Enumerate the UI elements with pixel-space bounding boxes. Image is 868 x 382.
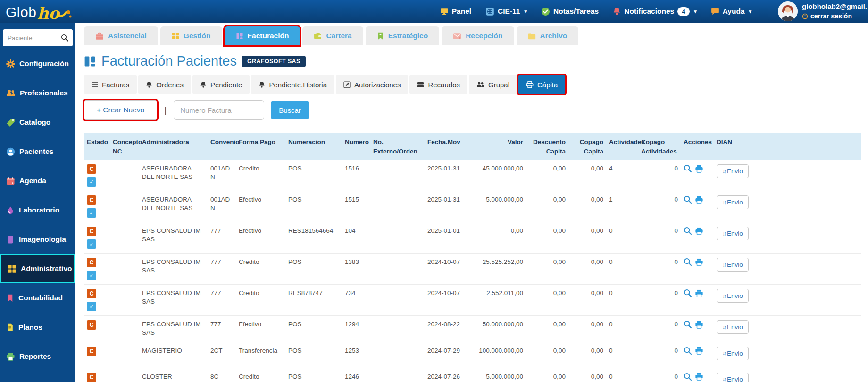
envio-button[interactable]: ↓↑ Envio bbox=[717, 320, 749, 334]
sidebar-item-profesionales[interactable]: Profesionales bbox=[0, 78, 75, 108]
acciones-cell bbox=[681, 316, 714, 342]
view-icon[interactable] bbox=[684, 258, 692, 266]
estado-check-badge: ✓ bbox=[87, 208, 96, 218]
view-icon[interactable] bbox=[684, 347, 692, 355]
logout-button[interactable]: cerrar sesión bbox=[802, 12, 867, 21]
print-icon[interactable] bbox=[695, 227, 703, 235]
patient-search-button[interactable] bbox=[56, 29, 73, 46]
envio-button[interactable]: ↓↑ Envio bbox=[717, 164, 749, 178]
print-icon[interactable] bbox=[695, 196, 703, 204]
sidebar-item-catalogo[interactable]: Catalogo bbox=[0, 108, 75, 137]
forma-pago-cell: Credito bbox=[236, 368, 285, 382]
subtab-label: Ordenes bbox=[156, 81, 184, 89]
notas-tareas-nav-item[interactable]: Notas/Tareas bbox=[541, 7, 599, 16]
print-icon[interactable] bbox=[695, 289, 703, 297]
person-circle-icon bbox=[6, 147, 15, 156]
table-row: C CLOSTER 8C Credito POS 1246 2024-07-26… bbox=[84, 368, 861, 382]
patient-search-input[interactable] bbox=[3, 34, 56, 42]
sidebar-item-pacientes[interactable]: Pacientes bbox=[0, 137, 75, 166]
tab-gestion[interactable]: Gestión bbox=[160, 26, 222, 45]
sidebar-item-reportes[interactable]: Reportes bbox=[0, 342, 75, 371]
actividades-cell: 0 bbox=[606, 368, 638, 382]
sidebar-item-laboratorio[interactable]: Laboratorio bbox=[0, 195, 75, 225]
concepto-nc-cell bbox=[110, 191, 139, 222]
subtab-facturas[interactable]: Facturas bbox=[84, 75, 137, 94]
print-icon[interactable] bbox=[695, 321, 703, 329]
bell-icon bbox=[200, 81, 207, 88]
sidebar-item-planos[interactable]: Planos bbox=[0, 313, 75, 342]
subtab-recaudos[interactable]: Recaudos bbox=[409, 75, 467, 94]
envio-button[interactable]: ↓↑ Envio bbox=[717, 195, 749, 209]
numero-factura-input[interactable] bbox=[174, 100, 264, 120]
valor-cell: 45.000.000,00 bbox=[469, 160, 526, 191]
sidebar-item-label: Pacientes bbox=[19, 147, 53, 156]
subtab-pendiente[interactable]: Pendiente bbox=[192, 75, 250, 94]
subtab-pendiente-historia[interactable]: Pendiente.Historia bbox=[251, 75, 334, 94]
notifications-nav-item[interactable]: Notificaciones 4 ▾ bbox=[613, 7, 696, 16]
sidebar-item-agenda[interactable]: Agenda bbox=[0, 166, 75, 195]
view-icon[interactable] bbox=[684, 320, 692, 329]
concepto-nc-cell bbox=[110, 160, 139, 191]
logo-text-ho: ho bbox=[37, 4, 59, 23]
envio-button[interactable]: ↓↑ Envio bbox=[717, 227, 749, 240]
sidebar-item-imagenologia[interactable]: Imagenología bbox=[0, 225, 75, 254]
view-icon[interactable] bbox=[684, 373, 692, 381]
tab-cartera[interactable]: Cartera bbox=[302, 26, 363, 45]
col-numeracion: Numeracion bbox=[285, 133, 342, 160]
view-icon[interactable] bbox=[684, 164, 692, 173]
fecha-mov-cell: 2024-10-07 bbox=[425, 254, 469, 285]
sidebar-item-administrativo[interactable]: Administrativo bbox=[0, 254, 75, 283]
cie11-label: CIE-11 bbox=[498, 7, 520, 16]
numeracion-cell: POS bbox=[285, 368, 342, 382]
view-icon[interactable] bbox=[684, 227, 692, 235]
envio-button[interactable]: ↓↑ Envio bbox=[717, 289, 749, 303]
col-dian: DIAN bbox=[714, 133, 861, 160]
sidebar-item-contabilidad[interactable]: Contabilidad bbox=[0, 283, 75, 313]
subtab-ordenes[interactable]: Ordenes bbox=[138, 75, 191, 94]
sidebar-item-configuracion[interactable]: Configuración bbox=[0, 49, 75, 78]
tab-recepcion[interactable]: Recepción bbox=[442, 26, 514, 45]
subtab-autorizaciones[interactable]: Autorizaciones bbox=[336, 75, 408, 94]
buscar-button[interactable]: Buscar bbox=[271, 101, 309, 119]
envio-button[interactable]: ↓↑ Envio bbox=[717, 258, 749, 272]
tab-archivo[interactable]: Archivo bbox=[517, 26, 579, 45]
no-externo-cell bbox=[370, 285, 425, 316]
forma-pago-cell: Transferencia bbox=[236, 342, 285, 368]
view-icon[interactable] bbox=[684, 289, 692, 297]
sidebar-item-label: Contabilidad bbox=[18, 294, 63, 302]
descuento-capita-cell: 0,00 bbox=[526, 191, 568, 222]
view-icon[interactable] bbox=[684, 195, 692, 204]
print-icon[interactable] bbox=[695, 347, 703, 355]
estado-c-badge: C bbox=[87, 164, 96, 174]
numeracion-cell: RES181564664 bbox=[285, 222, 342, 254]
fecha-mov-cell: 2025-01-31 bbox=[425, 160, 469, 191]
tab-estrategico[interactable]: Estratégico bbox=[366, 26, 439, 45]
col-convenio: Convenio bbox=[208, 133, 236, 160]
panel-nav-item[interactable]: Panel bbox=[440, 7, 471, 16]
tab-asistencial[interactable]: Asistencial bbox=[84, 26, 158, 45]
sidebar-item-label: Imagenología bbox=[19, 235, 66, 244]
subtab-capita[interactable]: Cápita bbox=[518, 75, 565, 94]
envio-button-label: Envio bbox=[727, 261, 743, 268]
print-icon[interactable] bbox=[695, 165, 703, 173]
printer-icon bbox=[6, 352, 15, 361]
avatar[interactable] bbox=[778, 1, 798, 21]
subtab-grupal[interactable]: Grupal bbox=[469, 75, 517, 94]
page-title: Facturación Pacientes bbox=[101, 53, 237, 69]
columns-icon bbox=[236, 32, 243, 40]
create-new-button[interactable]: + Crear Nuevo bbox=[84, 100, 157, 120]
table-row: C ✓ EPS CONSALUD IM SAS 777 Credito RES8… bbox=[84, 285, 861, 316]
print-icon[interactable] bbox=[695, 258, 703, 266]
print-icon[interactable] bbox=[695, 373, 703, 381]
cie11-nav-item[interactable]: CIE-11 ▾ bbox=[485, 7, 527, 16]
estado-c-badge: C bbox=[87, 320, 96, 330]
ayuda-nav-item[interactable]: Ayuda ▾ bbox=[711, 7, 751, 16]
descuento-capita-cell: 0,00 bbox=[526, 316, 568, 342]
table-row: C MAGISTERIO 2CT Transferencia POS 1253 … bbox=[84, 342, 861, 368]
copago-capita-cell: 0,00 bbox=[568, 342, 606, 368]
envio-button[interactable]: ↓↑ Envio bbox=[717, 373, 749, 382]
envio-button[interactable]: ↓↑ Envio bbox=[717, 347, 749, 360]
administradora-cell: EPS CONSALUD IM SAS bbox=[139, 222, 208, 254]
numero-cell: 1383 bbox=[342, 254, 370, 285]
tab-facturacion[interactable]: Facturación bbox=[225, 26, 300, 45]
